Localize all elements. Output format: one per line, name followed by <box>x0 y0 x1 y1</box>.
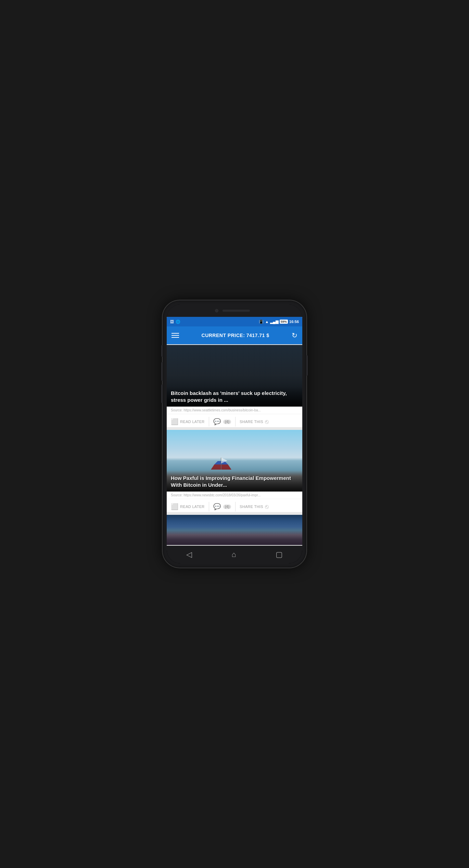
article-2-headline-text: How Paxful is Improving Financial Empowe… <box>171 475 291 488</box>
app-screen: 🖼 🌐 📳 ▲ ▂▄▆ 59% 16:56 <box>167 317 302 546</box>
article-3-image <box>167 515 302 545</box>
article-2-comment-button[interactable]: 💬 (4) <box>213 503 231 510</box>
news-card-3 <box>167 515 302 545</box>
wifi-icon: ▲ <box>265 320 269 324</box>
front-camera <box>215 309 218 312</box>
comment-icon-1: 💬 <box>213 418 221 425</box>
nav-recent-button[interactable]: ▢ <box>276 550 283 559</box>
status-right-info: 📳 ▲ ▂▄▆ 59% 16:56 <box>259 320 299 324</box>
article-2-actions: ⬜ READ LATER 💬 (4) SHARE THIS ⎋ <box>167 499 302 512</box>
article-1-source: Source: https://www.seattletimes.com/bus… <box>167 407 302 414</box>
article-3-image-container[interactable] <box>167 515 302 545</box>
price-header: CURRENT PRICE: 7417.71 $ <box>202 333 269 338</box>
app-header: CURRENT PRICE: 7417.71 $ ↻ <box>167 326 302 344</box>
share-icon-2: ⎋ <box>265 503 269 510</box>
hamburger-line-1 <box>172 333 179 334</box>
status-left-icons: 🖼 🌐 <box>170 320 180 324</box>
read-later-label-2: READ LATER <box>180 505 204 509</box>
status-bar: 🖼 🌐 📳 ▲ ▂▄▆ 59% 16:56 <box>167 317 302 326</box>
nav-back-button[interactable]: ◁ <box>186 550 192 559</box>
action-divider-2a <box>209 502 209 511</box>
comment-count-2: (4) <box>223 505 231 509</box>
volume-down-button <box>161 384 163 403</box>
battery-level: 59% <box>280 320 288 324</box>
volume-up-button <box>161 362 163 381</box>
menu-button[interactable] <box>172 333 179 338</box>
article-1-headline-overlay: Bitcoin backlash as 'miners' suck up ele… <box>167 386 302 407</box>
share-icon-1: ⎋ <box>265 418 269 425</box>
speaker-bar <box>223 310 250 312</box>
news-card-1: Bitcoin backlash as 'miners' suck up ele… <box>167 345 302 427</box>
hamburger-line-2 <box>172 335 179 336</box>
article-2-read-later-button[interactable]: ⬜ READ LATER <box>171 503 205 510</box>
refresh-button[interactable]: ↻ <box>292 331 297 339</box>
news-card-2: How Paxful is Improving Financial Empowe… <box>167 430 302 512</box>
volume-silent-button <box>161 345 163 357</box>
article-1-share-button[interactable]: SHARE THIS ⎋ <box>240 418 269 425</box>
hamburger-line-3 <box>172 337 179 338</box>
article-2-headline-overlay: How Paxful is Improving Financial Empowe… <box>167 471 302 492</box>
photo-icon: 🖼 <box>170 320 174 324</box>
power-button <box>306 355 308 376</box>
phone-top-bar <box>167 305 302 317</box>
share-label-2: SHARE THIS <box>240 505 263 509</box>
vibrate-icon: 📳 <box>259 320 264 324</box>
share-label-1: SHARE THIS <box>240 420 263 424</box>
read-later-label-1: READ LATER <box>180 420 204 424</box>
nav-home-button[interactable]: ⌂ <box>231 550 236 559</box>
article-1-comment-button[interactable]: 💬 (4) <box>213 418 231 425</box>
article-1-image-container[interactable]: Bitcoin backlash as 'miners' suck up ele… <box>167 345 302 407</box>
article-1-headline-text: Bitcoin backlash as 'miners' suck up ele… <box>171 390 287 403</box>
comment-count-1: (4) <box>223 420 231 424</box>
action-divider-1b <box>235 417 236 426</box>
globe-icon: 🌐 <box>176 320 180 324</box>
save-icon: ⬜ <box>171 418 178 425</box>
comment-icon-2: 💬 <box>213 503 221 510</box>
article-1-read-later-button[interactable]: ⬜ READ LATER <box>171 418 205 425</box>
phone-frame: 🖼 🌐 📳 ▲ ▂▄▆ 59% 16:56 <box>163 300 306 568</box>
bottom-nav-bar: ◁ ⌂ ▢ <box>167 546 302 563</box>
phone-screen: 🖼 🌐 📳 ▲ ▂▄▆ 59% 16:56 <box>167 305 302 563</box>
article-2-share-button[interactable]: SHARE THIS ⎋ <box>240 503 269 510</box>
save-icon-2: ⬜ <box>171 503 178 510</box>
article-2-image-container[interactable]: How Paxful is Improving Financial Empowe… <box>167 430 302 492</box>
boat-svg <box>207 456 235 473</box>
article-1-actions: ⬜ READ LATER 💬 (4) SHARE THIS ⎋ <box>167 414 302 427</box>
article-2-source: Source: https://www.newsbtc.com/2018/03/… <box>167 492 302 499</box>
action-divider-2b <box>235 502 236 511</box>
clock: 16:56 <box>289 320 299 324</box>
action-divider-1a <box>209 417 209 426</box>
signal-icon: ▂▄▆ <box>270 320 278 324</box>
news-feed: Bitcoin backlash as 'miners' suck up ele… <box>167 344 302 546</box>
